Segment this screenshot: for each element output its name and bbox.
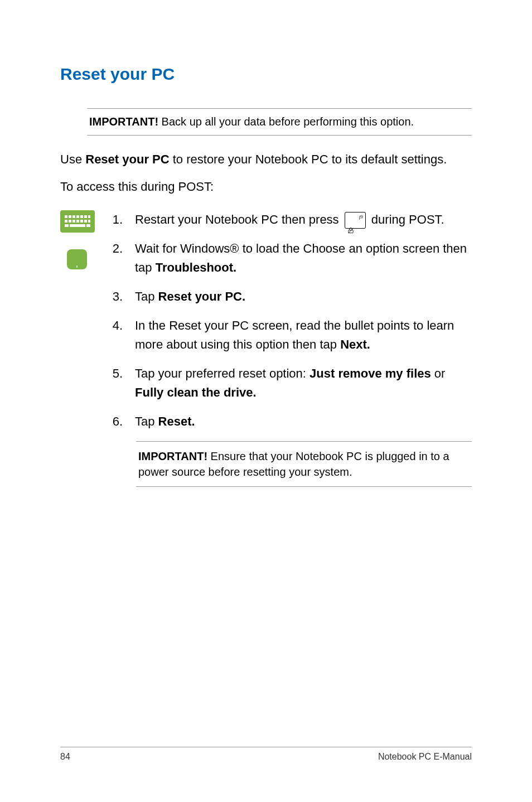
- step-2: Wait for Windows® to load the Choose an …: [109, 239, 472, 277]
- touchscreen-icon: [67, 249, 87, 269]
- svg-rect-7: [65, 220, 67, 223]
- svg-rect-5: [84, 215, 87, 218]
- svg-rect-6: [88, 215, 90, 218]
- page-number: 84: [60, 752, 70, 762]
- input-method-icons: [60, 210, 95, 487]
- steps-area: Restart your Notebook PC then press f9 d…: [60, 210, 472, 487]
- steps-list: Restart your Notebook PC then press f9 d…: [109, 210, 472, 487]
- step-1: Restart your Notebook PC then press f9 d…: [109, 210, 472, 229]
- svg-rect-12: [84, 220, 87, 223]
- svg-rect-3: [76, 215, 79, 218]
- lead-paragraph: To access this during POST:: [60, 178, 472, 196]
- callout-label: IMPORTANT!: [138, 450, 207, 462]
- svg-rect-2: [72, 215, 75, 218]
- svg-rect-11: [80, 220, 83, 223]
- callout-label: IMPORTANT!: [89, 115, 158, 128]
- manual-title: Notebook PC E-Manual: [378, 752, 472, 762]
- svg-rect-13: [88, 220, 90, 223]
- step-5: Tap your preferred reset option: Just re…: [109, 364, 472, 402]
- step-4: In the Reset your PC screen, read the bu…: [109, 316, 472, 354]
- important-callout-top: IMPORTANT! Back up all your data before …: [87, 108, 472, 136]
- svg-rect-16: [86, 224, 90, 227]
- svg-line-18: [348, 228, 354, 233]
- svg-rect-0: [65, 215, 67, 218]
- svg-rect-10: [76, 220, 79, 223]
- step-6: Tap Reset.: [109, 412, 472, 431]
- svg-rect-14: [65, 224, 69, 227]
- keyboard-icon: [60, 210, 95, 233]
- step-3: Tap Reset your PC.: [109, 287, 472, 306]
- f9-key-icon: f9: [345, 212, 366, 229]
- svg-rect-15: [70, 224, 85, 227]
- section-heading: Reset your PC: [60, 65, 472, 84]
- intro-paragraph: Use Reset your PC to restore your Notebo…: [60, 151, 472, 168]
- svg-rect-4: [80, 215, 83, 218]
- svg-rect-1: [69, 215, 71, 218]
- svg-rect-9: [72, 220, 75, 223]
- callout-text: Back up all your data before performing …: [158, 115, 414, 128]
- svg-rect-8: [69, 220, 71, 223]
- page-footer: 84 Notebook PC E-Manual: [60, 747, 472, 762]
- important-callout-bottom: IMPORTANT! Ensure that your Notebook PC …: [136, 441, 472, 487]
